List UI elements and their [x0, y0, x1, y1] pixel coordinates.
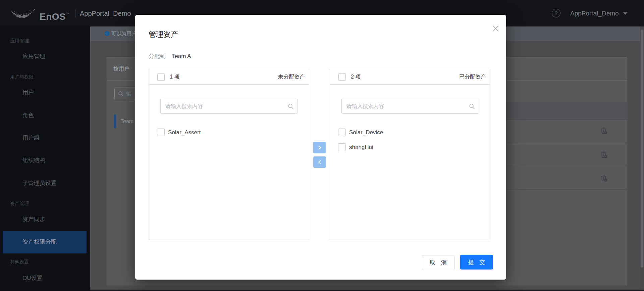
item-count: 2 项 — [351, 69, 361, 84]
unassign-asset-icon — [600, 151, 608, 159]
search-icon — [118, 91, 124, 97]
list-item[interactable]: Solar_Device — [330, 125, 490, 140]
item-label: Solar_Assert — [168, 125, 201, 140]
chevron-left-icon — [317, 159, 322, 165]
cancel-button[interactable]: 取 消 — [422, 255, 454, 270]
item-label: shangHai — [349, 140, 373, 155]
search-input[interactable] — [341, 99, 479, 114]
move-left-button[interactable] — [313, 156, 326, 168]
account-menu[interactable]: AppPortal_Demo — [570, 9, 619, 18]
list-item[interactable]: Solar_Assert — [149, 125, 309, 140]
item-checkbox[interactable] — [338, 143, 346, 151]
sidebar-section-users-perms: 用户与权限 — [10, 74, 34, 80]
chevron-down-icon — [623, 12, 627, 15]
sidebar-section-asset-mgmt: 资产管理 — [10, 200, 29, 206]
sidebar-item-sub-admin[interactable]: 子管理员设置 — [22, 180, 57, 187]
page-scrollbar[interactable] — [640, 26, 644, 290]
panel-title: 未分配资产 — [278, 69, 305, 84]
assigned-assets-panel: 2 项 已分配资产 Solar_Device shangHai — [330, 69, 490, 240]
tab-by-user[interactable]: 按用户 — [113, 64, 129, 74]
tree-item-team: Team — [120, 114, 133, 128]
item-checkbox[interactable] — [338, 129, 346, 136]
item-count: 1 项 — [170, 69, 179, 84]
assign-target-name: Team A — [172, 53, 191, 59]
close-icon[interactable] — [492, 25, 500, 33]
enos-logo-text: EnOS™ — [40, 7, 70, 23]
page-bottom-edge — [90, 290, 644, 291]
sidebar-item-asset-permission[interactable]: 资产权限分配 — [22, 238, 57, 246]
move-right-button[interactable] — [313, 142, 326, 153]
sidebar-item-users[interactable]: 用户 — [22, 89, 34, 96]
tree-selected-bar — [114, 114, 116, 128]
select-all-checkbox[interactable] — [338, 73, 346, 81]
panel-header: 1 项 未分配资产 — [149, 69, 309, 85]
background-search-text: 输 — [126, 88, 131, 100]
sidebar-item-app-mgmt[interactable]: 应用管理 — [22, 53, 45, 60]
item-checkbox[interactable] — [157, 129, 165, 136]
modal-title: 管理资产 — [149, 30, 178, 40]
info-icon: i — [105, 31, 109, 36]
sidebar-section-app-mgmt: 应用管理 — [10, 38, 29, 44]
search-input[interactable] — [160, 99, 298, 114]
chevron-right-icon — [317, 145, 322, 150]
manage-assets-modal: 管理资产 分配到 Team A 1 项 未分配资产 Solar_Assert — [135, 15, 506, 280]
product-title: AppPortal_Demo — [80, 9, 131, 18]
sidebar-nav: 应用管理 应用管理 用户与权限 用户 角色 用户组 组织结构 子管理员设置 资产… — [0, 26, 90, 291]
app-window: EnOS™ AppPortal_Demo ? AppPortal_Demo 应用… — [0, 0, 644, 291]
item-label: Solar_Device — [349, 125, 383, 140]
assign-to-label: 分配到 — [149, 53, 166, 59]
sidebar-item-ou-settings[interactable]: OU设置 — [22, 275, 43, 282]
enos-logo-icon — [9, 7, 37, 19]
info-banner-text: 可以为用户 — [111, 26, 137, 41]
list-item[interactable]: shangHai — [330, 140, 490, 155]
sidebar-section-other: 其他设置 — [10, 259, 29, 265]
sidebar-item-org-structure[interactable]: 组织结构 — [22, 157, 45, 164]
unassign-asset-icon — [600, 174, 608, 182]
unassign-asset-icon — [600, 127, 608, 135]
submit-button[interactable]: 提 交 — [460, 255, 493, 270]
assign-to-row: 分配到 Team A — [149, 52, 191, 60]
help-icon[interactable]: ? — [552, 9, 560, 17]
unassigned-assets-panel: 1 项 未分配资产 Solar_Assert — [149, 69, 309, 240]
sidebar-item-asset-sync[interactable]: 资产同步 — [22, 216, 45, 223]
panel-header: 2 项 已分配资产 — [330, 69, 490, 85]
sidebar-item-user-groups[interactable]: 用户组 — [22, 134, 40, 142]
panel-title: 已分配资产 — [459, 69, 486, 84]
select-all-checkbox[interactable] — [157, 73, 165, 81]
scrollbar-thumb[interactable] — [641, 30, 643, 268]
sidebar-item-roles[interactable]: 角色 — [22, 112, 34, 119]
header-divider — [75, 9, 75, 18]
